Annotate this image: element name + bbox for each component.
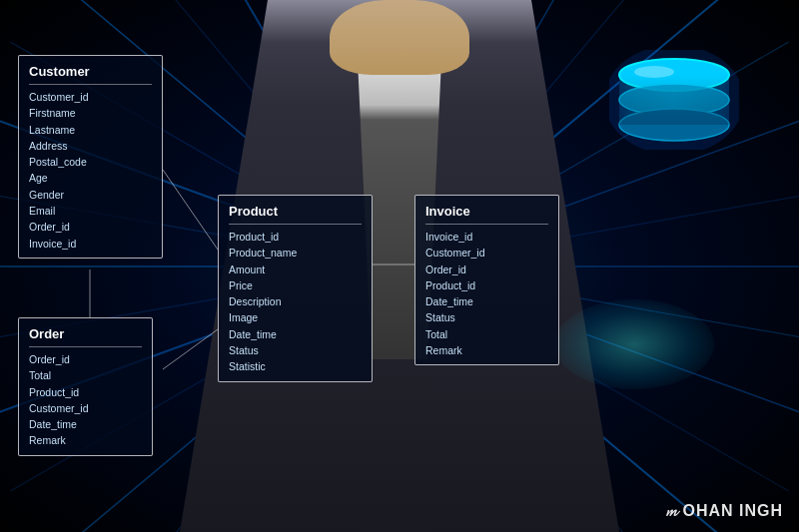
invoice-table-title: Invoice xyxy=(425,202,548,225)
invoice-field-1: Customer_id xyxy=(425,245,548,261)
invoice-table: Invoice Invoice_id Customer_id Order_id … xyxy=(414,195,559,365)
product-field-5: Image xyxy=(229,309,362,325)
order-field-3: Customer_id xyxy=(29,400,142,416)
svg-rect-41 xyxy=(619,75,729,125)
order-table: Order Order_id Total Product_id Customer… xyxy=(18,317,153,456)
svg-point-42 xyxy=(634,66,674,78)
hand-glow xyxy=(554,299,714,389)
customer-field-7: Email xyxy=(29,203,152,219)
customer-field-8: Order_id xyxy=(29,219,152,235)
invoice-field-7: Remark xyxy=(425,342,548,358)
order-field-1: Total xyxy=(29,367,142,383)
product-field-0: Product_id xyxy=(229,229,362,245)
invoice-field-0: Invoice_id xyxy=(425,229,548,245)
product-field-8: Statistic xyxy=(229,358,362,374)
database-icon xyxy=(609,50,739,150)
invoice-field-4: Date_time xyxy=(425,293,548,309)
invoice-field-3: Product_id xyxy=(425,277,548,293)
product-table: Product Product_id Product_name Amount P… xyxy=(218,195,373,382)
customer-field-0: Customer_id xyxy=(29,89,152,105)
customer-field-9: Invoice_id xyxy=(29,236,152,252)
product-field-1: Product_name xyxy=(229,245,362,261)
order-table-title: Order xyxy=(29,324,142,347)
product-field-2: Amount xyxy=(229,262,362,277)
customer-field-1: Firstname xyxy=(29,105,152,121)
watermark: 𝓶 OHAN INGH xyxy=(664,502,783,520)
customer-table: Customer Customer_id Firstname Lastname … xyxy=(18,55,163,259)
watermark-text: OHAN INGH xyxy=(682,502,783,519)
customer-field-3: Address xyxy=(29,138,152,154)
product-field-7: Status xyxy=(229,342,362,358)
customer-field-2: Lastname xyxy=(29,122,152,138)
customer-field-4: Postal_code xyxy=(29,154,152,170)
order-field-5: Remark xyxy=(29,432,142,448)
product-field-4: Description xyxy=(229,293,362,309)
product-field-3: Price xyxy=(229,277,362,293)
database-svg xyxy=(609,50,739,150)
invoice-field-6: Total xyxy=(425,326,548,342)
invoice-field-5: Status xyxy=(425,309,548,325)
order-field-4: Date_time xyxy=(29,416,142,432)
order-field-0: Order_id xyxy=(29,351,142,367)
person-head xyxy=(330,0,469,75)
product-field-6: Date_time xyxy=(229,326,362,342)
customer-field-5: Age xyxy=(29,170,152,186)
product-table-title: Product xyxy=(229,202,362,225)
invoice-field-2: Order_id xyxy=(425,262,548,277)
order-field-2: Product_id xyxy=(29,384,142,400)
customer-field-6: Gender xyxy=(29,187,152,203)
customer-table-title: Customer xyxy=(29,62,152,85)
